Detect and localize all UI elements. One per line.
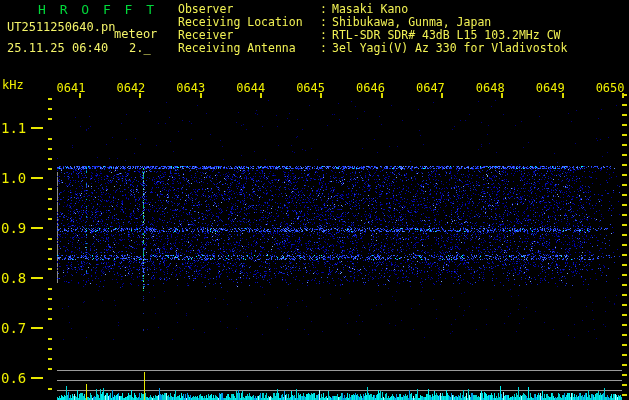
freq-major-tick bbox=[31, 127, 43, 129]
right-edge-tick bbox=[622, 374, 627, 376]
freq-label-0.6: 0.6 bbox=[1, 370, 31, 386]
right-edge-tick bbox=[622, 214, 627, 216]
info-separator: : bbox=[320, 42, 332, 55]
info-label-3: Receiving Antenna bbox=[178, 42, 320, 55]
capture-filename: UT2511250640.pn bbox=[7, 20, 115, 34]
right-edge-tick bbox=[622, 314, 627, 316]
right-edge-tick bbox=[622, 104, 627, 106]
minute-tick bbox=[139, 93, 141, 98]
freq-minor-tick bbox=[48, 168, 52, 170]
right-edge-tick bbox=[622, 284, 627, 286]
app-title: H R O F F T bbox=[38, 2, 157, 17]
freq-major-tick bbox=[31, 277, 43, 279]
station-name: meteor bbox=[114, 27, 157, 41]
right-edge-tick bbox=[622, 304, 627, 306]
right-edge-tick bbox=[622, 364, 627, 366]
time-label-0643: 0643 bbox=[173, 81, 209, 95]
freq-minor-tick bbox=[48, 318, 52, 320]
freq-major-tick bbox=[31, 377, 43, 379]
freq-label-1.1: 1.1 bbox=[1, 120, 31, 136]
minute-tick bbox=[320, 93, 322, 98]
minute-tick bbox=[441, 93, 443, 98]
freq-minor-tick bbox=[48, 368, 52, 370]
right-edge-tick bbox=[622, 94, 627, 96]
right-edge-tick bbox=[622, 274, 627, 276]
freq-minor-tick bbox=[48, 248, 52, 250]
minute-tick bbox=[200, 93, 202, 98]
freq-label-1.0: 1.0 bbox=[1, 170, 31, 186]
freq-minor-tick bbox=[48, 388, 52, 390]
right-edge-tick bbox=[622, 194, 627, 196]
freq-minor-tick bbox=[48, 148, 52, 150]
right-edge-tick bbox=[622, 264, 627, 266]
freq-minor-tick bbox=[48, 108, 52, 110]
freq-minor-tick bbox=[48, 348, 52, 350]
right-edge-tick bbox=[622, 204, 627, 206]
spectrogram-canvas bbox=[0, 0, 629, 400]
time-label-0642: 0642 bbox=[113, 81, 149, 95]
freq-minor-tick bbox=[48, 288, 52, 290]
minute-tick bbox=[381, 93, 383, 98]
right-edge-tick bbox=[622, 134, 627, 136]
minute-tick bbox=[501, 93, 503, 98]
y-axis-unit-label: kHz bbox=[2, 78, 24, 92]
right-edge-tick bbox=[622, 144, 627, 146]
freq-minor-tick bbox=[48, 358, 52, 360]
station-info: Observer:Masaki KanoReceiving Location:S… bbox=[178, 3, 567, 55]
right-edge-tick bbox=[622, 164, 627, 166]
freq-label-0.9: 0.9 bbox=[1, 220, 31, 236]
counter-text: 2._ bbox=[129, 41, 151, 55]
freq-major-tick bbox=[31, 177, 43, 179]
right-edge-tick bbox=[622, 394, 627, 396]
time-label-0645: 0645 bbox=[293, 81, 329, 95]
freq-minor-tick bbox=[48, 188, 52, 190]
right-edge-tick bbox=[622, 114, 627, 116]
freq-minor-tick bbox=[48, 268, 52, 270]
hrofft-output: H R O F F T UT2511250640.pn meteor 25.11… bbox=[0, 0, 629, 400]
minute-tick bbox=[260, 93, 262, 98]
right-edge-tick bbox=[622, 324, 627, 326]
freq-label-0.8: 0.8 bbox=[1, 270, 31, 286]
freq-major-tick bbox=[31, 227, 43, 229]
minute-tick bbox=[79, 93, 81, 98]
time-label-0646: 0646 bbox=[353, 81, 389, 95]
right-edge-tick bbox=[622, 244, 627, 246]
right-edge-tick bbox=[622, 254, 627, 256]
right-edge-tick bbox=[622, 234, 627, 236]
right-edge-tick bbox=[622, 224, 627, 226]
right-edge-tick bbox=[622, 174, 627, 176]
right-edge-tick bbox=[622, 294, 627, 296]
capture-datetime: 25.11.25 06:40 bbox=[7, 41, 108, 55]
freq-label-0.7: 0.7 bbox=[1, 320, 31, 336]
freq-minor-tick bbox=[48, 218, 52, 220]
freq-minor-tick bbox=[48, 308, 52, 310]
right-edge-tick bbox=[622, 384, 627, 386]
freq-minor-tick bbox=[48, 258, 52, 260]
freq-minor-tick bbox=[48, 298, 52, 300]
right-edge-tick bbox=[622, 124, 627, 126]
freq-major-tick bbox=[31, 327, 43, 329]
minute-tick bbox=[562, 93, 564, 98]
right-edge-tick bbox=[622, 154, 627, 156]
right-edge-tick bbox=[622, 184, 627, 186]
time-label-0644: 0644 bbox=[233, 81, 269, 95]
time-label-0641: 0641 bbox=[53, 81, 89, 95]
right-edge-tick bbox=[622, 354, 627, 356]
freq-minor-tick bbox=[48, 138, 52, 140]
freq-minor-tick bbox=[48, 338, 52, 340]
station-info-row: Receiving Antenna:3el Yagi(V) Az 330 for… bbox=[178, 42, 567, 55]
freq-minor-tick bbox=[48, 238, 52, 240]
freq-minor-tick bbox=[48, 208, 52, 210]
right-edge-tick bbox=[622, 344, 627, 346]
right-edge-tick bbox=[622, 334, 627, 336]
freq-minor-tick bbox=[48, 158, 52, 160]
freq-minor-tick bbox=[48, 198, 52, 200]
freq-minor-tick bbox=[48, 98, 52, 100]
time-label-0647: 0647 bbox=[412, 81, 448, 95]
info-value-3: 3el Yagi(V) Az 330 for Vladivostok bbox=[332, 42, 567, 55]
freq-minor-tick bbox=[48, 118, 52, 120]
